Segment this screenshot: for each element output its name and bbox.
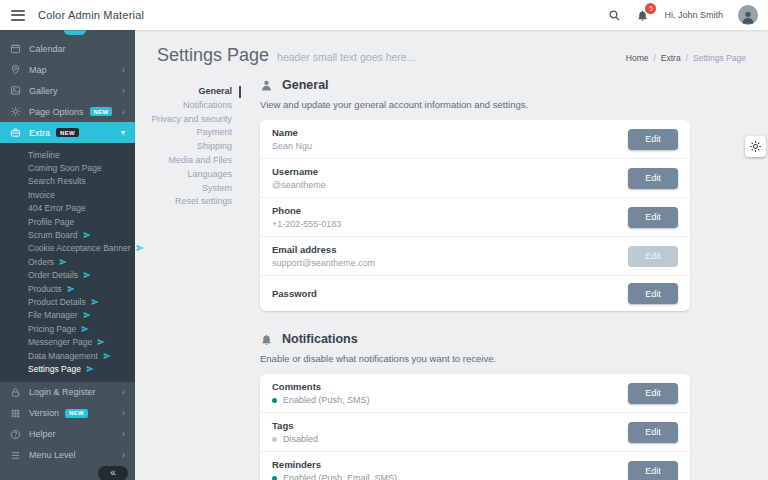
page-header: Settings Page header small text goes her… [135, 30, 768, 72]
submenu-label: Product Details [28, 297, 86, 307]
notification-status: Disabled [283, 434, 318, 444]
sidebar-item-gallery[interactable]: Gallery › [0, 80, 135, 101]
submenu-item-order-details[interactable]: Order Details [0, 269, 135, 282]
submenu-item-orders[interactable]: Orders [0, 255, 135, 268]
subnav-item-reset[interactable]: Reset settings [135, 195, 243, 209]
edit-email-button: Edit [628, 246, 678, 267]
submenu-label: Scrum Board [28, 230, 78, 240]
subnav-item-privacy[interactable]: Privacy and security [135, 113, 243, 127]
submenu-item-profile[interactable]: Profile Page [0, 215, 135, 228]
general-card: Name Sean Ngu Edit Username @seantheme E… [260, 120, 690, 311]
edit-username-button[interactable]: Edit [628, 168, 678, 189]
sidebar-item-label: Version [29, 408, 59, 418]
submenu-item-product-details[interactable]: Product Details [0, 295, 135, 308]
notification-label: Reminders [272, 459, 628, 470]
setting-label: Email address [272, 244, 628, 255]
setting-value: support@seantheme.com [272, 258, 628, 268]
subnav-item-media[interactable]: Media and Files [135, 154, 243, 168]
submenu-label: Coming Soon Page [28, 163, 102, 173]
chevron-right-icon: › [122, 86, 125, 96]
notification-status: Enabled (Push, SMS) [283, 395, 370, 405]
subnav-item-shipping[interactable]: Shipping [135, 140, 243, 154]
status-dot-enabled [272, 398, 277, 403]
submenu-item-scrum-board[interactable]: Scrum Board [0, 228, 135, 241]
notification-count-badge: 5 [645, 3, 656, 14]
edit-comments-button[interactable]: Edit [628, 383, 678, 404]
submenu-item-file-manager[interactable]: File Manager [0, 309, 135, 322]
notifications-card: Comments Enabled (Push, SMS) Edit Tags [260, 374, 690, 480]
setting-value: Sean Ngu [272, 141, 628, 151]
breadcrumb-extra[interactable]: Extra [661, 53, 681, 63]
subnav-item-general[interactable]: General [135, 85, 243, 99]
notification-row-reminders: Reminders Enabled (Push, Email, SMS) Edi… [260, 451, 690, 480]
sidebar-bottom-menu: Login & Register › Version NEW › Helper … [0, 382, 135, 466]
submenu-item-coming-soon[interactable]: Coming Soon Page [0, 161, 135, 174]
send-icon [91, 298, 99, 306]
menu-toggle-icon[interactable] [11, 7, 25, 23]
edit-reminders-button[interactable]: Edit [628, 461, 678, 480]
submenu-label: 404 Error Page [28, 203, 86, 213]
chevron-right-icon: › [122, 65, 125, 75]
calendar-icon [10, 43, 21, 54]
new-badge: NEW [65, 409, 88, 418]
setting-value: @seantheme [272, 180, 628, 190]
setting-label: Name [272, 127, 628, 138]
submenu-label: Orders [28, 257, 54, 267]
submenu-item-timeline[interactable]: Timeline [0, 148, 135, 161]
subnav-item-payment[interactable]: Payment [135, 126, 243, 140]
subnav-item-system[interactable]: System [135, 182, 243, 196]
sidebar-item-calendar[interactable]: Calendar [0, 38, 135, 59]
setting-row-email: Email address support@seantheme.com Edit [260, 236, 690, 275]
send-icon [103, 352, 111, 360]
submenu-label: Settings Page [28, 364, 81, 374]
submenu-item-products[interactable]: Products [0, 282, 135, 295]
lock-icon [10, 387, 21, 398]
breadcrumb-home[interactable]: Home [626, 53, 649, 63]
sidebar-item-label: Gallery [29, 86, 58, 96]
sidebar-submenu-extra: Timeline Coming Soon Page Search Results… [0, 143, 135, 382]
submenu-item-search-results[interactable]: Search Results [0, 175, 135, 188]
submenu-label: Invoice [28, 190, 55, 200]
section-title: General [282, 78, 329, 92]
sidebar-item-login-register[interactable]: Login & Register › [0, 382, 135, 403]
setting-label: Phone [272, 205, 628, 216]
edit-phone-button[interactable]: Edit [628, 207, 678, 228]
submenu-label: Data Management [28, 351, 98, 361]
map-pin-icon [10, 64, 21, 75]
chevron-right-icon: › [122, 429, 125, 439]
edit-name-button[interactable]: Edit [628, 129, 678, 150]
submenu-item-invoice[interactable]: Invoice [0, 188, 135, 201]
sidebar-item-version[interactable]: Version NEW › [0, 403, 135, 424]
status-dot-enabled [272, 476, 277, 480]
edit-password-button[interactable]: Edit [628, 283, 678, 304]
send-icon [81, 325, 89, 333]
theme-settings-button[interactable] [745, 136, 766, 157]
subnav-item-notifications[interactable]: Notifications [135, 99, 243, 113]
chevron-right-icon: › [122, 450, 125, 460]
sidebar-collapse-button[interactable]: « [98, 466, 128, 480]
sidebar-item-map[interactable]: Map › [0, 59, 135, 80]
submenu-label: File Manager [28, 310, 78, 320]
search-icon[interactable] [608, 9, 621, 22]
submenu-item-settings-page[interactable]: Settings Page [0, 362, 135, 375]
topbar-right: 5 Hi, John Smith [608, 5, 768, 25]
edit-tags-button[interactable]: Edit [628, 422, 678, 443]
notification-label: Tags [272, 420, 628, 431]
breadcrumb-separator: / [653, 53, 655, 63]
page-subtitle: header small text goes here... [277, 51, 415, 63]
submenu-item-404[interactable]: 404 Error Page [0, 202, 135, 215]
user-greeting[interactable]: Hi, John Smith [664, 10, 723, 20]
user-avatar[interactable] [738, 5, 758, 25]
notifications-bell-icon[interactable]: 5 [636, 9, 649, 22]
top-bar: Color Admin Material 5 Hi, John Smith [0, 0, 768, 30]
submenu-item-messenger[interactable]: Messenger Page [0, 335, 135, 348]
submenu-item-pricing[interactable]: Pricing Page [0, 322, 135, 335]
sidebar-item-page-options[interactable]: Page Options NEW › [0, 101, 135, 122]
sidebar-item-menu-level[interactable]: Menu Level › [0, 445, 135, 466]
sidebar-item-extra[interactable]: Extra NEW ▾ [0, 122, 135, 143]
subnav-item-languages[interactable]: Languages [135, 168, 243, 182]
sidebar-item-helper[interactable]: Helper › [0, 424, 135, 445]
setting-row-name: Name Sean Ngu Edit [260, 120, 690, 158]
submenu-item-cookie-banner[interactable]: Cookie Acceptance Banner [0, 242, 135, 255]
submenu-item-data-management[interactable]: Data Management [0, 349, 135, 362]
